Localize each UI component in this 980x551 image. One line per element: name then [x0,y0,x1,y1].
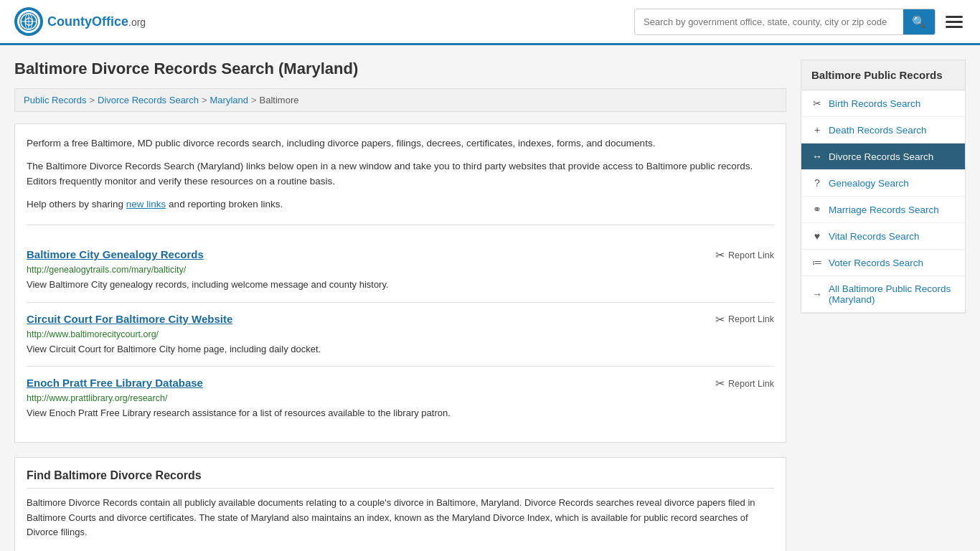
record-header-1: Baltimore City Genealogy Records ✂ Repor… [27,248,774,262]
record-header-3: Enoch Pratt Free Library Database ✂ Repo… [27,377,774,390]
new-links-link[interactable]: new links [126,199,166,209]
sidebar-label-divorce: Divorce Records Search [829,151,933,162]
sidebar-item-genealogy[interactable]: ? Genealogy Search [801,170,965,197]
breadcrumb: Public Records > Divorce Records Search … [14,88,786,112]
sidebar-box: Baltimore Public Records ✂ Birth Records… [801,60,966,314]
records-area: Perform a free Baltimore, MD public divo… [14,123,786,443]
logo[interactable]: ⬡ CountyOffice.org [14,7,146,36]
sidebar-item-vital[interactable]: ♥ Vital Records Search [801,223,965,250]
breadcrumb-sep-2: > [202,95,207,105]
menu-line-1 [946,16,963,18]
record-entry-3: Enoch Pratt Free Library Database ✂ Repo… [27,367,774,430]
record-link-3[interactable]: Enoch Pratt Free Library Database [27,377,203,389]
record-url-2[interactable]: http://www.baltimorecitycourt.org/ [27,329,774,339]
plus-icon: + [811,124,823,136]
breadcrumb-sep-1: > [89,95,95,105]
record-title-2: Circuit Court For Baltimore City Website [27,313,232,325]
record-title-1: Baltimore City Genealogy Records [27,248,204,260]
header-right: 🔍 [634,9,966,35]
record-title-3: Enoch Pratt Free Library Database [27,377,203,389]
sidebar-label-birth: Birth Records Search [829,98,920,109]
scissors-icon: ✂ [811,98,823,109]
record-link-2[interactable]: Circuit Court For Baltimore City Website [27,313,232,325]
search-bar: 🔍 [634,9,936,35]
sidebar-title: Baltimore Public Records [801,60,965,90]
divider-1 [27,225,774,225]
sidebar-label-vital: Vital Records Search [829,231,920,242]
record-header-2: Circuit Court For Baltimore City Website… [27,313,774,326]
intro-text-1: Perform a free Baltimore, MD public divo… [27,136,774,151]
arrow-icon: → [811,288,823,300]
menu-line-3 [946,26,963,28]
report-icon-2: ✂ [715,313,725,326]
intro-text-2: The Baltimore Divorce Records Search (Ma… [27,159,774,189]
report-link-1[interactable]: ✂ Report Link [715,248,774,262]
breadcrumb-baltimore: Baltimore [260,95,299,105]
report-icon-3: ✂ [715,377,725,390]
intro-text-3: Help others by sharing new links and rep… [27,197,774,212]
record-desc-2: View Circuit Court for Baltimore City ho… [27,342,774,357]
breadcrumb-divorce-records[interactable]: Divorce Records Search [98,95,199,105]
find-section: Find Baltimore Divorce Records Baltimore… [14,457,786,551]
rings-icon: ⚭ [811,204,823,215]
logo-icon: ⬡ [14,7,43,36]
sidebar-label-voter: Voter Records Search [829,258,923,268]
report-link-3[interactable]: ✂ Report Link [715,377,774,390]
menu-button[interactable] [943,13,966,31]
menu-line-2 [946,21,963,23]
logo-text: CountyOffice.org [47,14,146,29]
sidebar-label-genealogy: Genealogy Search [829,178,909,189]
breadcrumb-public-records[interactable]: Public Records [24,95,86,105]
sidebar-item-birth[interactable]: ✂ Birth Records Search [801,90,965,117]
record-url-1[interactable]: http://genealogytrails.com/mary/balticit… [27,265,774,275]
report-link-2[interactable]: ✂ Report Link [715,313,774,326]
search-input[interactable] [635,11,903,33]
sidebar-label-death: Death Records Search [829,125,927,136]
sidebar-label-all: All Baltimore Public Records (Maryland) [829,283,955,305]
record-entry-1: Baltimore City Genealogy Records ✂ Repor… [27,238,774,303]
content-area: Baltimore Divorce Records Search (Maryla… [14,60,786,551]
sidebar-item-marriage[interactable]: ⚭ Marriage Records Search [801,197,965,223]
sidebar-item-death[interactable]: + Death Records Search [801,117,965,143]
report-icon-1: ✂ [715,248,725,262]
sidebar-label-marriage: Marriage Records Search [829,204,939,215]
list-icon: ≔ [811,257,823,268]
site-header: ⬡ CountyOffice.org 🔍 [0,0,980,45]
find-section-body: Baltimore Divorce Records contain all pu… [27,496,774,540]
record-desc-3: View Enoch Pratt Free Library research a… [27,406,774,420]
sidebar-item-voter[interactable]: ≔ Voter Records Search [801,250,965,276]
sidebar-item-divorce[interactable]: ↔ Divorce Records Search [801,143,965,170]
question-icon: ? [811,177,823,189]
record-entry-2: Circuit Court For Baltimore City Website… [27,303,774,367]
record-desc-1: View Baltimore City genealogy records, i… [27,278,774,292]
search-button[interactable]: 🔍 [903,9,935,34]
find-section-title: Find Baltimore Divorce Records [27,469,774,489]
arrows-icon: ↔ [811,151,823,162]
page-title: Baltimore Divorce Records Search (Maryla… [14,60,786,78]
breadcrumb-maryland[interactable]: Maryland [210,95,248,105]
breadcrumb-sep-3: > [251,95,257,105]
main-container: Baltimore Divorce Records Search (Maryla… [0,45,980,551]
record-url-3[interactable]: http://www.prattlibrary.org/research/ [27,393,774,403]
sidebar: Baltimore Public Records ✂ Birth Records… [801,60,966,551]
sidebar-item-all[interactable]: → All Baltimore Public Records (Maryland… [801,276,965,313]
heart-icon: ♥ [811,230,823,242]
record-link-1[interactable]: Baltimore City Genealogy Records [27,248,204,260]
